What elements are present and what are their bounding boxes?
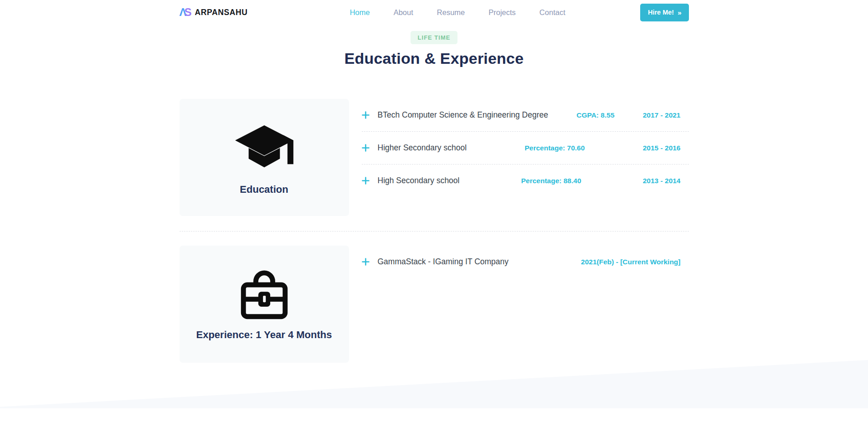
footer-wedge-decoration	[0, 360, 868, 408]
education-block: Education BTech Computer Science & Engin…	[180, 99, 689, 216]
education-row-higher-secondary: Higher Secondary school Percentage: 70.6…	[362, 132, 689, 165]
double-chevron-right-icon: »	[678, 9, 681, 16]
experience-list: GammaStack - IGaming IT Company 2021(Feb…	[362, 246, 689, 278]
education-score: Percentage: 88.40	[459, 177, 642, 185]
nav-item-contact[interactable]: Contact	[539, 8, 565, 17]
experience-row-gammastack: GammaStack - IGaming IT Company 2021(Feb…	[362, 246, 689, 278]
education-card: Education	[180, 99, 349, 216]
experience-title: GammaStack - IGaming IT Company	[378, 257, 509, 267]
education-title: BTech Computer Science & Engineering Deg…	[378, 110, 549, 120]
experience-card-label: Experience: 1 Year 4 Months	[196, 329, 332, 341]
section-divider	[180, 231, 689, 231]
education-row-btech: BTech Computer Science & Engineering Deg…	[362, 99, 689, 132]
education-title: High Secondary school	[378, 176, 460, 185]
experience-block: Experience: 1 Year 4 Months GammaStack -…	[180, 246, 689, 363]
nav-item-projects[interactable]: Projects	[488, 8, 516, 17]
education-title: Higher Secondary school	[378, 143, 467, 153]
nav-item-home[interactable]: Home	[350, 8, 370, 17]
navbar: ΛS ARPANSAHU Home About Resume Projects …	[0, 0, 868, 25]
hire-me-button[interactable]: Hire Me! »	[640, 4, 689, 21]
education-score: Percentage: 70.60	[467, 144, 643, 152]
briefcase-icon	[234, 268, 294, 324]
education-list: BTech Computer Science & Engineering Deg…	[362, 99, 689, 197]
education-period: 2015 - 2016	[643, 144, 681, 152]
plus-icon	[362, 111, 370, 119]
experience-card: Experience: 1 Year 4 Months	[180, 246, 349, 363]
brand-logo[interactable]: ΛS ARPANSAHU	[180, 6, 248, 19]
nav-item-about[interactable]: About	[394, 8, 413, 17]
education-period: 2013 - 2014	[643, 177, 681, 185]
education-score: CGPA: 8.55	[548, 111, 643, 119]
lifetime-badge: LIFE TIME	[411, 31, 458, 44]
brand-monogram-icon: ΛS	[180, 6, 191, 19]
education-card-label: Education	[240, 184, 288, 195]
experience-period: 2021(Feb) - [Current Working]	[581, 258, 680, 266]
plus-icon	[362, 258, 370, 266]
education-experience-section: Education BTech Computer Science & Engin…	[180, 99, 689, 363]
main-nav: Home About Resume Projects Contact	[275, 8, 640, 17]
plus-icon	[362, 177, 370, 185]
nav-item-resume[interactable]: Resume	[437, 8, 465, 17]
education-row-high-secondary: High Secondary school Percentage: 88.40 …	[362, 165, 689, 197]
education-period: 2017 - 2021	[643, 111, 681, 119]
graduation-cap-icon	[232, 120, 297, 178]
brand-name: ARPANSAHU	[195, 8, 248, 17]
hire-me-label: Hire Me!	[648, 9, 674, 16]
page-title: Education & Experience	[0, 50, 868, 67]
plus-icon	[362, 144, 370, 152]
